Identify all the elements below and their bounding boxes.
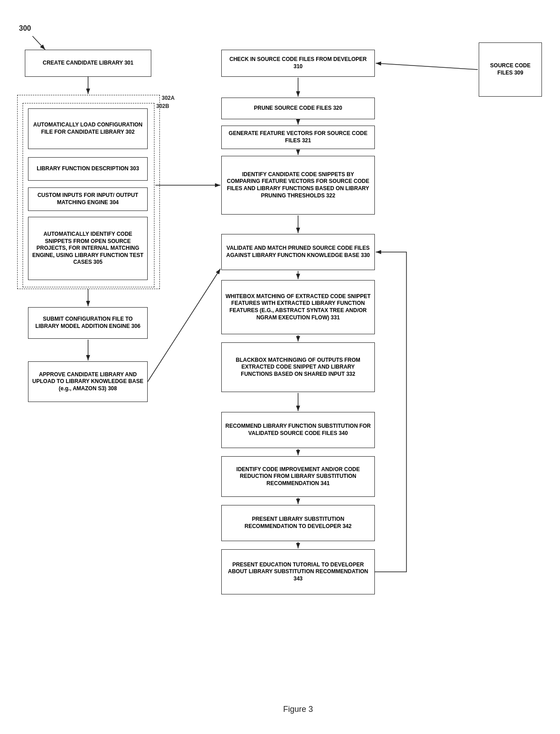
- box-332: BLACKBOX MATCHINGING OF OUTPUTS FROM EXT…: [221, 342, 375, 392]
- box-301: CREATE CANDIDATE LIBRARY 301: [25, 50, 151, 77]
- figure-caption: Figure 3: [221, 705, 375, 714]
- box-306: SUBMIT CONFIGURATION FILE TO LIBRARY MOD…: [28, 307, 148, 339]
- box-341: IDENTIFY CODE IMPROVEMENT AND/OR CODE RE…: [221, 456, 375, 497]
- box-305: AUTOMATICALLY IDENTIFY CODE SNIPPETS FRO…: [28, 217, 148, 280]
- box-321: GENERATE FEATURE VECTORS FOR SOURCE CODE…: [221, 126, 375, 149]
- box-320: PRUNE SOURCE CODE FILES 320: [221, 98, 375, 119]
- box-322: IDENTIFY CANDIDATE CODE SNIPPETS BY COMP…: [221, 156, 375, 215]
- diagram-container: 300 CREATE CANDIDATE LIBRARY 301 302A 30…: [0, 0, 560, 734]
- box-310: CHECK IN SOURCE CODE FILES FROM DEVELOPE…: [221, 50, 375, 77]
- box-303: LIBRARY FUNCTION DESCRIPTION 303: [28, 157, 148, 181]
- svg-line-1: [33, 36, 45, 50]
- box-308: APPROVE CANDIDATE LIBRARY AND UPLOAD TO …: [28, 361, 148, 402]
- box-343: PRESENT EDUCATION TUTORIAL TO DEVELOPER …: [221, 549, 375, 594]
- box-304: CUSTOM INPUTS FOR INPUT/ OUTPUT MATCHING…: [28, 187, 148, 211]
- box-342: PRESENT LIBRARY SUBSTITUTION RECOMMENDAT…: [221, 505, 375, 541]
- diagram-label: 300: [19, 24, 31, 33]
- box-331: WHITEBOX MATCHING OF EXTRACTED CODE SNIP…: [221, 280, 375, 334]
- label-302b: 302B: [156, 103, 169, 109]
- box-309: SOURCE CODE FILES 309: [479, 42, 542, 97]
- box-340: RECOMMEND LIBRARY FUNCTION SUBSTITUTION …: [221, 412, 375, 448]
- svg-line-7: [376, 63, 478, 70]
- label-302a: 302A: [162, 95, 175, 101]
- box-302: AUTOMATICALLY LOAD CONFIGURATION FILE FO…: [28, 108, 148, 149]
- box-330: VALIDATE AND MATCH PRUNED SOURCE CODE FI…: [221, 234, 375, 270]
